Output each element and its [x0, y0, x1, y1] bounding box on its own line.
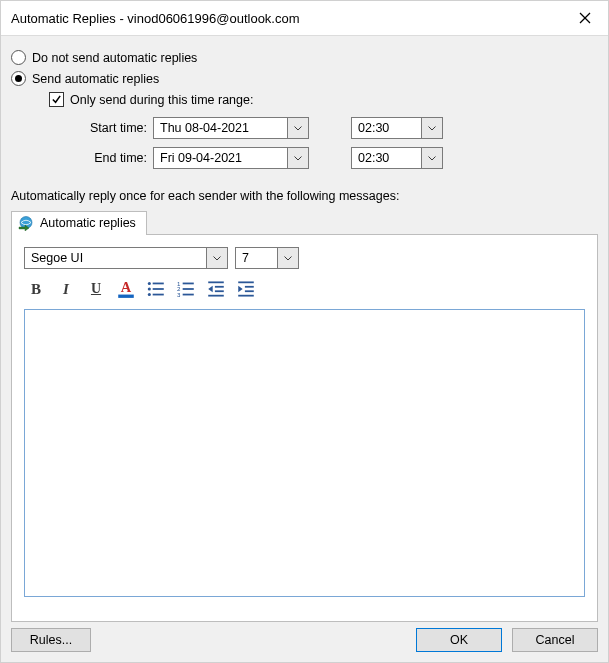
only-send-range-checkbox[interactable]: Only send during this time range:	[49, 92, 600, 107]
start-time-dropdown[interactable]: 02:30	[351, 117, 443, 139]
bullet-list-icon	[146, 279, 166, 299]
close-icon	[579, 12, 591, 24]
chevron-down-icon	[294, 126, 302, 131]
dropdown-button[interactable]	[277, 247, 299, 269]
dropdown-button[interactable]	[287, 147, 309, 169]
end-date-value: Fri 09-04-2021	[153, 147, 287, 169]
numbered-list-icon: 1 2 3	[176, 279, 196, 299]
end-time-label: End time:	[71, 151, 153, 165]
tab-panel: Segoe UI 7 B I U A	[11, 234, 598, 622]
svg-rect-5	[118, 295, 134, 298]
font-family-dropdown[interactable]: Segoe UI	[24, 247, 228, 269]
window-title: Automatic Replies - vinod06061996@outloo…	[1, 11, 300, 26]
option-do-not-send[interactable]: Do not send automatic replies	[11, 50, 600, 65]
font-toolbar: Segoe UI 7	[24, 247, 585, 269]
numbered-list-button[interactable]: 1 2 3	[176, 279, 196, 299]
start-date-dropdown[interactable]: Thu 08-04-2021	[153, 117, 309, 139]
font-color-button[interactable]: A	[116, 279, 136, 299]
tab-container: Automatic replies Segoe UI 7 B I	[11, 209, 598, 622]
radio-icon	[11, 50, 26, 65]
underline-button[interactable]: U	[86, 279, 106, 299]
chevron-down-icon	[294, 156, 302, 161]
svg-text:3: 3	[177, 291, 181, 298]
dropdown-button[interactable]	[421, 147, 443, 169]
title-bar: Automatic Replies - vinod06061996@outloo…	[1, 1, 608, 36]
decrease-indent-button[interactable]	[206, 279, 226, 299]
ok-button[interactable]: OK	[416, 628, 502, 652]
bullet-list-button[interactable]	[146, 279, 166, 299]
tab-label: Automatic replies	[40, 216, 136, 230]
svg-point-8	[148, 287, 151, 290]
increase-indent-icon	[236, 279, 256, 299]
dropdown-button[interactable]	[421, 117, 443, 139]
description-text: Automatically reply once for each sender…	[11, 189, 600, 203]
dropdown-button[interactable]	[206, 247, 228, 269]
dialog-body: Do not send automatic replies Send autom…	[1, 36, 608, 626]
tab-strip: Automatic replies	[11, 209, 598, 235]
dropdown-button[interactable]	[287, 117, 309, 139]
radio-icon	[11, 71, 26, 86]
checkbox-icon	[49, 92, 64, 107]
checkbox-label: Only send during this time range:	[70, 93, 253, 107]
increase-indent-button[interactable]	[236, 279, 256, 299]
font-size-dropdown[interactable]: 7	[235, 247, 299, 269]
chevron-down-icon	[428, 156, 436, 161]
chevron-down-icon	[284, 256, 292, 261]
close-button[interactable]	[562, 1, 608, 35]
bold-button[interactable]: B	[26, 279, 46, 299]
svg-point-6	[148, 282, 151, 285]
start-time-value: 02:30	[351, 117, 421, 139]
font-size-value: 7	[235, 247, 277, 269]
start-time-row: Start time: Thu 08-04-2021 02:30	[71, 115, 600, 141]
end-time-value: 02:30	[351, 147, 421, 169]
start-date-value: Thu 08-04-2021	[153, 117, 287, 139]
chevron-down-icon	[428, 126, 436, 131]
svg-marker-27	[238, 286, 242, 293]
start-time-label: Start time:	[71, 121, 153, 135]
option-label: Do not send automatic replies	[32, 51, 197, 65]
option-send-automatic[interactable]: Send automatic replies	[11, 71, 600, 86]
dialog-footer: Rules... OK Cancel	[1, 620, 608, 662]
font-family-value: Segoe UI	[24, 247, 206, 269]
globe-arrow-icon	[18, 215, 34, 231]
font-color-icon: A	[116, 279, 136, 299]
decrease-indent-icon	[206, 279, 226, 299]
svg-text:A: A	[121, 279, 132, 295]
option-label: Send automatic replies	[32, 72, 159, 86]
format-toolbar: B I U A	[24, 279, 585, 299]
end-time-dropdown[interactable]: 02:30	[351, 147, 443, 169]
end-date-dropdown[interactable]: Fri 09-04-2021	[153, 147, 309, 169]
automatic-replies-dialog: Automatic Replies - vinod06061996@outloo…	[0, 0, 609, 663]
svg-marker-22	[208, 286, 212, 293]
cancel-button[interactable]: Cancel	[512, 628, 598, 652]
end-time-row: End time: Fri 09-04-2021 02:30	[71, 145, 600, 171]
svg-point-10	[148, 293, 151, 296]
chevron-down-icon	[213, 256, 221, 261]
message-editor[interactable]	[24, 309, 585, 597]
rules-button[interactable]: Rules...	[11, 628, 91, 652]
tab-automatic-replies[interactable]: Automatic replies	[11, 211, 147, 235]
italic-button[interactable]: I	[56, 279, 76, 299]
